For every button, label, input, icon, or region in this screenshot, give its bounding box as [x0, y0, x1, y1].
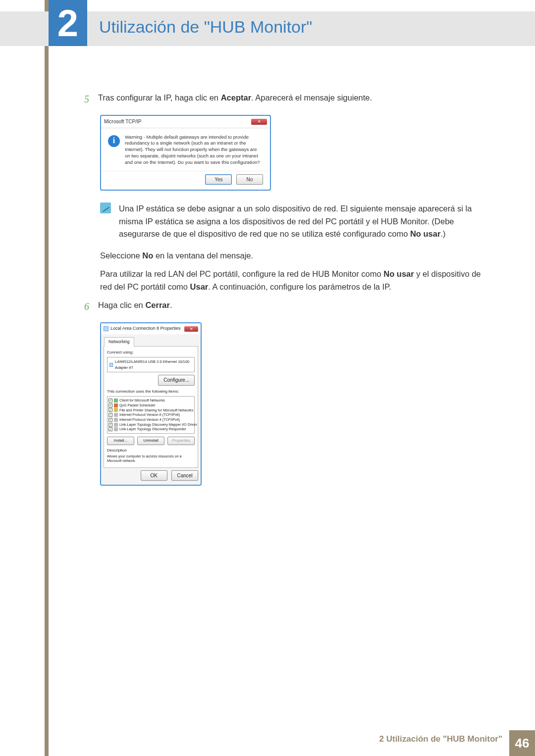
text: Seleccione — [100, 251, 142, 260]
text: .) — [440, 229, 445, 238]
description-text: Allows your computer to access resources… — [107, 454, 195, 463]
text: Haga clic en — [98, 301, 145, 309]
dialog-bottom-row: OK Cancel — [101, 470, 201, 485]
checkbox-icon[interactable]: ✓ — [108, 399, 112, 403]
install-button[interactable]: Install... — [107, 437, 134, 445]
item-button-row: Install... Uninstall Properties — [107, 437, 195, 445]
list-item[interactable]: ✓Link-Layer Topology Discovery Responder — [108, 427, 193, 432]
page-footer: 2 Utilización de "HUB Monitor" 46 — [0, 730, 535, 756]
list-item[interactable]: ✓File and Printer Sharing for Microsoft … — [108, 408, 193, 413]
dialog-panel: Connect using: LAN9512/LAN9514 USB 2.0 E… — [104, 346, 198, 468]
list-item[interactable]: ✓QoS Packet Scheduler — [108, 403, 193, 408]
dialog-body: i Warning - Multiple default gateways ar… — [101, 128, 270, 171]
list-item[interactable]: ✓Internet Protocol Version 6 (TCP/IPv6) — [108, 412, 193, 417]
properties-button[interactable]: Properties — [167, 437, 195, 445]
uninstall-button[interactable]: Uninstall — [137, 437, 164, 445]
connect-using-label: Connect using: — [107, 350, 195, 355]
service-icon — [114, 403, 118, 407]
protocol-icon — [114, 413, 118, 417]
paragraph-lan-config: Para utilizar la red LAN del PC portátil… — [100, 268, 490, 293]
text-bold: No usar — [383, 269, 414, 278]
checkbox-icon[interactable]: ✓ — [108, 413, 112, 417]
side-stripe — [45, 0, 49, 756]
description-box: Description Allows your computer to acce… — [107, 448, 195, 463]
cancel-button[interactable]: Cancel — [171, 470, 198, 481]
text: . Aparecerá el mensaje siguiente. — [251, 93, 372, 102]
list-item[interactable]: ✓Internet Protocol Version 4 (TCP/IPv4) — [108, 417, 193, 422]
dialog-titlebar: Local Area Connection 8 Properties ✕ — [101, 323, 201, 334]
item-label: Internet Protocol Version 4 (TCP/IPv4) — [119, 417, 180, 422]
list-item[interactable]: ✓Link-Layer Topology Discovery Mapper I/… — [108, 422, 193, 427]
adapter-icon — [109, 363, 113, 367]
text: Tras configurar la IP, haga clic en — [98, 93, 221, 102]
paragraph-select-no: Seleccione No en la ventana del mensaje. — [100, 250, 490, 262]
text: . A continuación, configure los parámetr… — [208, 282, 391, 291]
info-icon: i — [108, 135, 120, 147]
checkbox-icon[interactable]: ✓ — [108, 408, 112, 412]
tcpip-warning-dialog: Microsoft TCP/IP ✕ i Warning - Multiple … — [100, 115, 271, 191]
page-number: 46 — [509, 730, 535, 756]
chapter-title: Utilización de "HUB Monitor" — [99, 17, 312, 37]
item-label: Link-Layer Topology Discovery Responder — [119, 427, 186, 432]
chapter-number-badge: 2 — [49, 0, 87, 46]
item-label: Link-Layer Topology Discovery Mapper I/O… — [119, 422, 197, 427]
adapter-name: LAN9512/LAN9514 USB 2.0 Ethernet 10/100 … — [115, 359, 192, 370]
list-item[interactable]: ✓Client for Microsoft Networks — [108, 398, 193, 403]
note-block: Una IP estática se debe asignar a un sol… — [100, 202, 490, 241]
step-text: Tras configurar la IP, haga clic en Acep… — [98, 92, 490, 107]
network-icon — [104, 326, 108, 331]
yes-button[interactable]: Yes — [205, 174, 232, 185]
checkbox-icon[interactable]: ✓ — [108, 418, 112, 422]
text-bold: No usar — [410, 229, 440, 238]
note-text: Una IP estática se debe asignar a un sol… — [119, 202, 490, 241]
page-content: 5 Tras configurar la IP, haga clic en Ac… — [84, 92, 490, 486]
connection-properties-dialog: Local Area Connection 8 Properties ✕ Net… — [100, 322, 202, 486]
text-bold: Aceptar — [221, 93, 251, 102]
step-number: 6 — [84, 299, 98, 314]
dialog-titlebar: Microsoft TCP/IP ✕ — [101, 116, 270, 128]
text: Para utilizar la red LAN del PC portátil… — [100, 269, 383, 278]
item-label: File and Printer Sharing for Microsoft N… — [119, 408, 193, 413]
configure-row: Configure... — [107, 375, 195, 386]
description-label: Description — [107, 448, 195, 453]
protocol-icon — [114, 418, 118, 422]
dialog-title: Microsoft TCP/IP — [104, 118, 141, 126]
no-button[interactable]: No — [236, 174, 263, 185]
text-bold: Cerrar — [145, 301, 170, 309]
text: . — [170, 301, 172, 309]
configure-button[interactable]: Configure... — [158, 375, 195, 386]
networking-tab[interactable]: Networking — [104, 337, 134, 346]
step-5: 5 Tras configurar la IP, haga clic en Ac… — [84, 92, 490, 107]
close-button[interactable]: ✕ — [251, 119, 267, 125]
service-icon — [114, 408, 118, 412]
checkbox-icon[interactable]: ✓ — [108, 423, 112, 427]
items-list: ✓Client for Microsoft Networks ✓QoS Pack… — [107, 396, 195, 434]
text: en la ventana del mensaje. — [153, 251, 253, 260]
items-label: This connection uses the following items… — [107, 389, 195, 395]
dialog-title: Local Area Connection 8 Properties — [110, 325, 181, 332]
text-bold: No — [142, 251, 153, 260]
checkbox-icon[interactable]: ✓ — [108, 403, 112, 407]
step-6: 6 Haga clic en Cerrar. — [84, 299, 490, 314]
checkbox-icon[interactable]: ✓ — [108, 427, 112, 431]
footer-label: 2 Utilización de "HUB Monitor" — [379, 734, 509, 752]
dialog-message: Warning - Multiple default gateways are … — [125, 134, 263, 166]
adapter-field: LAN9512/LAN9514 USB 2.0 Ethernet 10/100 … — [107, 357, 195, 372]
protocol-icon — [114, 423, 118, 427]
step-number: 5 — [84, 92, 98, 107]
note-icon — [100, 202, 111, 213]
close-button[interactable]: ✕ — [184, 326, 198, 332]
item-label: Client for Microsoft Networks — [119, 398, 165, 403]
protocol-icon — [114, 427, 118, 431]
item-label: Internet Protocol Version 6 (TCP/IPv6) — [119, 412, 180, 417]
client-icon — [114, 399, 118, 403]
ok-button[interactable]: OK — [141, 470, 167, 481]
text-bold: Usar — [190, 282, 209, 291]
item-label: QoS Packet Scheduler — [119, 403, 156, 408]
dialog-button-row: Yes No — [101, 171, 270, 190]
step-text: Haga clic en Cerrar. — [98, 299, 490, 314]
